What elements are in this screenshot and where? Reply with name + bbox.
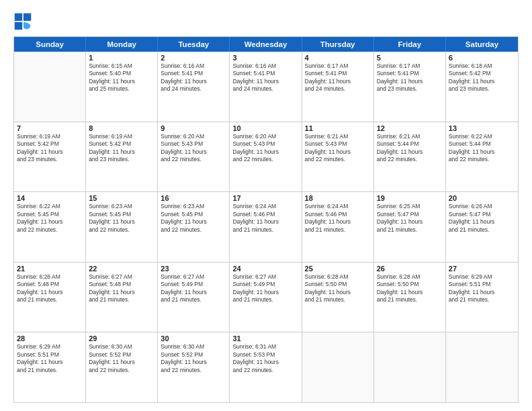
day-number: 18	[305, 194, 371, 202]
cell-info: Sunrise: 6:30 AM Sunset: 5:52 PM Dayligh…	[161, 343, 226, 374]
day-number: 4	[305, 54, 371, 62]
cell-info: Sunrise: 6:17 AM Sunset: 5:41 PM Dayligh…	[305, 62, 371, 93]
calendar-cell: 3Sunrise: 6:16 AM Sunset: 5:41 PM Daylig…	[230, 52, 302, 122]
cell-info: Sunrise: 6:26 AM Sunset: 5:47 PM Dayligh…	[449, 203, 515, 234]
cell-info: Sunrise: 6:29 AM Sunset: 5:51 PM Dayligh…	[449, 273, 515, 304]
day-number: 29	[89, 334, 154, 342]
calendar-cell: 11Sunrise: 6:21 AM Sunset: 5:43 PM Dayli…	[302, 122, 374, 192]
calendar-row: 7Sunrise: 6:19 AM Sunset: 5:42 PM Daylig…	[14, 122, 518, 193]
svg-rect-1	[15, 13, 22, 21]
calendar-cell: 10Sunrise: 6:20 AM Sunset: 5:43 PM Dayli…	[230, 122, 302, 192]
cell-info: Sunrise: 6:25 AM Sunset: 5:47 PM Dayligh…	[377, 203, 443, 234]
weekday-header: Sunday	[14, 37, 86, 52]
calendar-cell: 7Sunrise: 6:19 AM Sunset: 5:42 PM Daylig…	[14, 122, 86, 192]
weekday-header: Thursday	[302, 37, 374, 52]
day-number: 24	[232, 265, 298, 273]
cell-info: Sunrise: 6:29 AM Sunset: 5:51 PM Dayligh…	[17, 343, 83, 374]
calendar-cell: 13Sunrise: 6:22 AM Sunset: 5:44 PM Dayli…	[446, 122, 518, 192]
calendar-cell: 19Sunrise: 6:25 AM Sunset: 5:47 PM Dayli…	[374, 192, 446, 262]
day-number: 15	[89, 194, 154, 202]
cell-info: Sunrise: 6:31 AM Sunset: 5:53 PM Dayligh…	[232, 343, 298, 374]
calendar-cell: 23Sunrise: 6:27 AM Sunset: 5:49 PM Dayli…	[158, 263, 230, 332]
cell-info: Sunrise: 6:23 AM Sunset: 5:45 PM Dayligh…	[161, 203, 226, 234]
calendar-cell: 9Sunrise: 6:20 AM Sunset: 5:43 PM Daylig…	[158, 122, 230, 192]
day-number: 30	[161, 334, 226, 342]
day-number: 22	[89, 265, 154, 273]
cell-info: Sunrise: 6:19 AM Sunset: 5:42 PM Dayligh…	[89, 133, 154, 164]
logo	[13, 12, 35, 31]
day-number: 5	[377, 54, 443, 62]
cell-info: Sunrise: 6:27 AM Sunset: 5:48 PM Dayligh…	[89, 273, 154, 304]
day-number: 23	[161, 265, 226, 273]
cell-info: Sunrise: 6:18 AM Sunset: 5:42 PM Dayligh…	[449, 62, 515, 93]
svg-rect-2	[24, 13, 31, 21]
cell-info: Sunrise: 6:16 AM Sunset: 5:41 PM Dayligh…	[232, 62, 298, 93]
cell-info: Sunrise: 6:24 AM Sunset: 5:46 PM Dayligh…	[305, 203, 371, 234]
calendar-cell: 31Sunrise: 6:31 AM Sunset: 5:53 PM Dayli…	[230, 332, 302, 402]
day-number: 9	[161, 124, 226, 132]
calendar-cell: 27Sunrise: 6:29 AM Sunset: 5:51 PM Dayli…	[446, 263, 518, 332]
calendar-cell: 17Sunrise: 6:24 AM Sunset: 5:46 PM Dayli…	[230, 192, 302, 262]
logo-icon	[13, 12, 32, 31]
cell-info: Sunrise: 6:17 AM Sunset: 5:41 PM Dayligh…	[377, 62, 443, 93]
cell-info: Sunrise: 6:20 AM Sunset: 5:43 PM Dayligh…	[232, 133, 298, 164]
calendar-cell	[302, 332, 374, 402]
day-number: 13	[449, 124, 515, 132]
calendar-cell: 2Sunrise: 6:16 AM Sunset: 5:41 PM Daylig…	[158, 52, 230, 122]
day-number: 2	[161, 54, 226, 62]
day-number: 26	[377, 265, 443, 273]
day-number: 17	[232, 194, 298, 202]
calendar-row: 14Sunrise: 6:22 AM Sunset: 5:45 PM Dayli…	[14, 192, 518, 263]
calendar-cell: 14Sunrise: 6:22 AM Sunset: 5:45 PM Dayli…	[14, 192, 86, 262]
weekday-header: Saturday	[446, 37, 518, 52]
day-number: 16	[161, 194, 226, 202]
calendar-cell	[446, 332, 518, 402]
calendar-cell: 15Sunrise: 6:23 AM Sunset: 5:45 PM Dayli…	[86, 192, 158, 262]
calendar-cell: 6Sunrise: 6:18 AM Sunset: 5:42 PM Daylig…	[446, 52, 518, 122]
calendar-cell: 25Sunrise: 6:28 AM Sunset: 5:50 PM Dayli…	[302, 263, 374, 332]
day-number: 12	[377, 124, 443, 132]
cell-info: Sunrise: 6:22 AM Sunset: 5:45 PM Dayligh…	[17, 203, 83, 234]
weekday-header: Monday	[86, 37, 158, 52]
page-header	[13, 12, 519, 31]
calendar: SundayMondayTuesdayWednesdayThursdayFrid…	[13, 36, 519, 403]
day-number: 25	[305, 265, 371, 273]
day-number: 14	[17, 194, 83, 202]
day-number: 21	[17, 265, 83, 273]
cell-info: Sunrise: 6:24 AM Sunset: 5:46 PM Dayligh…	[232, 203, 298, 234]
day-number: 8	[89, 124, 154, 132]
calendar-cell: 1Sunrise: 6:15 AM Sunset: 5:40 PM Daylig…	[86, 52, 158, 122]
calendar-cell: 21Sunrise: 6:26 AM Sunset: 5:48 PM Dayli…	[14, 263, 86, 332]
calendar-row: 21Sunrise: 6:26 AM Sunset: 5:48 PM Dayli…	[14, 263, 518, 333]
calendar-cell: 30Sunrise: 6:30 AM Sunset: 5:52 PM Dayli…	[158, 332, 230, 402]
weekday-header: Friday	[374, 37, 446, 52]
calendar-cell: 18Sunrise: 6:24 AM Sunset: 5:46 PM Dayli…	[302, 192, 374, 262]
day-number: 3	[232, 54, 298, 62]
calendar-row: 28Sunrise: 6:29 AM Sunset: 5:51 PM Dayli…	[14, 332, 518, 402]
calendar-cell: 26Sunrise: 6:28 AM Sunset: 5:50 PM Dayli…	[374, 263, 446, 332]
calendar-row: 1Sunrise: 6:15 AM Sunset: 5:40 PM Daylig…	[14, 52, 518, 122]
day-number: 7	[17, 124, 83, 132]
calendar-cell	[14, 52, 86, 122]
cell-info: Sunrise: 6:27 AM Sunset: 5:49 PM Dayligh…	[161, 273, 226, 304]
weekday-header: Wednesday	[230, 37, 302, 52]
cell-info: Sunrise: 6:16 AM Sunset: 5:41 PM Dayligh…	[161, 62, 226, 93]
calendar-cell: 28Sunrise: 6:29 AM Sunset: 5:51 PM Dayli…	[14, 332, 86, 402]
day-number: 28	[17, 334, 83, 342]
calendar-cell	[374, 332, 446, 402]
day-number: 11	[305, 124, 371, 132]
cell-info: Sunrise: 6:21 AM Sunset: 5:44 PM Dayligh…	[377, 133, 443, 164]
cell-info: Sunrise: 6:19 AM Sunset: 5:42 PM Dayligh…	[17, 133, 83, 164]
cell-info: Sunrise: 6:23 AM Sunset: 5:45 PM Dayligh…	[89, 203, 154, 234]
day-number: 20	[449, 194, 515, 202]
day-number: 19	[377, 194, 443, 202]
calendar-cell: 12Sunrise: 6:21 AM Sunset: 5:44 PM Dayli…	[374, 122, 446, 192]
calendar-body: 1Sunrise: 6:15 AM Sunset: 5:40 PM Daylig…	[14, 52, 518, 402]
cell-info: Sunrise: 6:27 AM Sunset: 5:49 PM Dayligh…	[232, 273, 298, 304]
calendar-cell: 29Sunrise: 6:30 AM Sunset: 5:52 PM Dayli…	[86, 332, 158, 402]
day-number: 27	[449, 265, 515, 273]
calendar-cell: 8Sunrise: 6:19 AM Sunset: 5:42 PM Daylig…	[86, 122, 158, 192]
calendar-cell: 16Sunrise: 6:23 AM Sunset: 5:45 PM Dayli…	[158, 192, 230, 262]
cell-info: Sunrise: 6:15 AM Sunset: 5:40 PM Dayligh…	[89, 62, 154, 93]
cell-info: Sunrise: 6:22 AM Sunset: 5:44 PM Dayligh…	[449, 133, 515, 164]
